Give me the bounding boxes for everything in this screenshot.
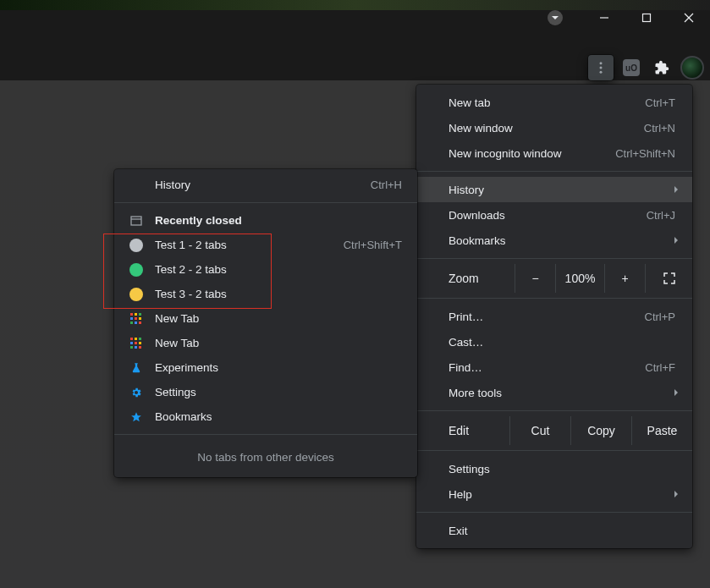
- copy-button[interactable]: Copy: [570, 416, 631, 445]
- chevron-right-icon: [672, 488, 680, 501]
- menu-new-tab[interactable]: New tab Ctrl+T: [416, 90, 692, 115]
- menu-item-label: Find…: [449, 361, 645, 374]
- history-item-new-tab[interactable]: New Tab: [114, 331, 417, 355]
- svg-point-7: [600, 71, 603, 74]
- menu-item-label: Downloads: [449, 209, 647, 222]
- menu-item-label: No tabs from other devices: [197, 451, 333, 464]
- menu-item-label: New Tab: [155, 337, 402, 349]
- menu-item-label: More tools: [449, 387, 675, 399]
- tab-group-dot-icon: [129, 239, 143, 252]
- menu-downloads[interactable]: Downloads Ctrl+J: [416, 202, 692, 228]
- recently-closed-group[interactable]: Test 1 - 2 tabs Ctrl+Shift+T: [114, 233, 417, 257]
- profile-avatar[interactable]: [680, 55, 705, 80]
- menu-item-label: Print…: [449, 310, 645, 323]
- menu-zoom-row: Zoom − 100% +: [416, 264, 692, 293]
- svg-point-5: [600, 62, 603, 64]
- kebab-menu-icon[interactable]: [588, 55, 614, 80]
- chevron-down-circle-icon[interactable]: [548, 10, 563, 25]
- menu-item-label: New incognito window: [449, 147, 615, 160]
- minimize-button[interactable]: [583, 0, 625, 36]
- svg-rect-1: [643, 14, 651, 22]
- tab-group-dot-icon: [129, 288, 143, 301]
- menu-item-shortcut: Ctrl+H: [371, 179, 402, 191]
- menu-item-shortcut: Ctrl+F: [645, 361, 675, 374]
- cut-button[interactable]: Cut: [509, 416, 570, 445]
- menu-item-shortcut: Ctrl+T: [645, 96, 675, 109]
- menu-more-tools[interactable]: More tools: [416, 380, 692, 405]
- svg-rect-8: [131, 217, 141, 225]
- menu-find[interactable]: Find… Ctrl+F: [416, 354, 692, 380]
- menu-item-label: History: [449, 184, 675, 196]
- history-item-bookmarks[interactable]: Bookmarks: [114, 404, 417, 429]
- zoom-out-button[interactable]: −: [515, 264, 555, 293]
- main-menu: New tab Ctrl+T New window Ctrl+N New inc…: [416, 85, 692, 548]
- chevron-right-icon: [672, 387, 680, 399]
- browser-toolbar: uO: [588, 51, 705, 85]
- menu-bookmarks[interactable]: Bookmarks: [416, 228, 692, 253]
- menu-settings[interactable]: Settings: [416, 456, 692, 481]
- svg-marker-10: [131, 412, 141, 421]
- menu-item-label: Recently closed: [155, 214, 402, 227]
- menu-item-shortcut: Ctrl+P: [645, 310, 675, 323]
- star-icon: [129, 411, 143, 423]
- close-button[interactable]: [668, 0, 710, 36]
- edit-label: Edit: [449, 424, 509, 437]
- menu-item-label: Help: [449, 488, 675, 501]
- menu-item-label: Experiments: [155, 361, 402, 374]
- window-titlebar: [0, 0, 710, 36]
- paste-button[interactable]: Paste: [631, 416, 692, 445]
- history-item-settings[interactable]: Settings: [114, 380, 417, 404]
- chrome-logo-icon: [129, 313, 143, 325]
- zoom-in-button[interactable]: +: [604, 264, 645, 293]
- menu-item-label: Exit: [449, 525, 675, 537]
- menu-item-label: History: [155, 179, 359, 191]
- recently-closed-group[interactable]: Test 2 - 2 tabs: [114, 257, 417, 282]
- zoom-label: Zoom: [449, 272, 515, 285]
- menu-item-label: Test 1 - 2 tabs: [155, 239, 332, 251]
- menu-item-label: New Tab: [155, 312, 402, 325]
- chrome-logo-icon: [129, 338, 143, 349]
- fullscreen-button[interactable]: [645, 264, 692, 293]
- menu-item-label: Bookmarks: [155, 410, 402, 423]
- menu-item-shortcut: Ctrl+Shift+N: [615, 147, 675, 160]
- svg-point-6: [600, 67, 603, 69]
- menu-new-window[interactable]: New window Ctrl+N: [416, 115, 692, 140]
- menu-item-shortcut: Ctrl+Shift+T: [344, 239, 402, 251]
- menu-print[interactable]: Print… Ctrl+P: [416, 304, 692, 329]
- menu-item-shortcut: Ctrl+N: [644, 122, 675, 135]
- ublock-extension-icon[interactable]: uO: [619, 55, 644, 80]
- chevron-right-icon: [672, 234, 680, 247]
- zoom-value: 100%: [555, 264, 604, 293]
- menu-item-label: Test 3 - 2 tabs: [155, 288, 402, 300]
- menu-item-label: New tab: [449, 96, 645, 109]
- menu-item-label: Bookmarks: [449, 234, 675, 247]
- recently-closed-header: Recently closed: [114, 208, 417, 233]
- recently-closed-group[interactable]: Test 3 - 2 tabs: [114, 282, 417, 306]
- menu-history[interactable]: History: [416, 177, 692, 202]
- no-tabs-from-other-devices: No tabs from other devices: [114, 440, 417, 474]
- menu-exit[interactable]: Exit: [416, 518, 692, 543]
- history-item-new-tab[interactable]: New Tab: [114, 306, 417, 331]
- flask-icon: [129, 362, 143, 374]
- menu-new-incognito[interactable]: New incognito window Ctrl+Shift+N: [416, 140, 692, 166]
- menu-item-label: Cast…: [449, 336, 675, 349]
- history-open-history[interactable]: History Ctrl+H: [114, 173, 417, 197]
- maximize-button[interactable]: [625, 0, 668, 36]
- menu-item-label: Settings: [155, 386, 402, 398]
- menu-cast[interactable]: Cast…: [416, 329, 692, 354]
- chevron-right-icon: [672, 184, 680, 196]
- extensions-icon[interactable]: [649, 55, 674, 80]
- menu-item-shortcut: Ctrl+J: [647, 209, 675, 222]
- history-item-experiments[interactable]: Experiments: [114, 355, 417, 380]
- menu-item-label: Test 2 - 2 tabs: [155, 263, 402, 276]
- window-icon: [129, 216, 143, 226]
- menu-item-label: New window: [449, 122, 644, 135]
- menu-help[interactable]: Help: [416, 481, 692, 507]
- menu-item-label: Settings: [449, 463, 675, 475]
- gear-icon: [129, 387, 143, 398]
- menu-edit-row: Edit Cut Copy Paste: [416, 416, 692, 445]
- history-submenu: History Ctrl+H Recently closed Test 1 - …: [114, 169, 417, 477]
- tab-group-dot-icon: [129, 263, 143, 277]
